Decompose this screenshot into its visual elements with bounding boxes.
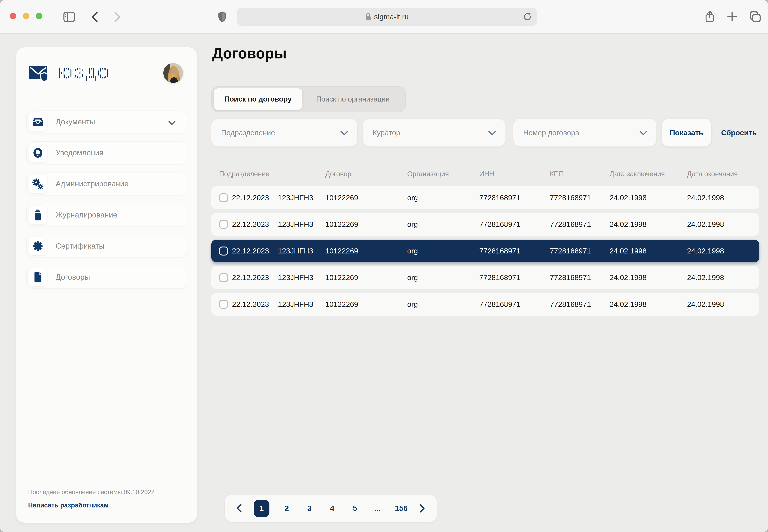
cell-signed: 24.02.1998 (610, 300, 687, 309)
gears-icon (28, 175, 47, 193)
page-button[interactable]: 1 (254, 500, 270, 517)
sidebar-item-label: Документы (56, 117, 95, 126)
sidebar-item-documents[interactable]: Документы (26, 111, 187, 133)
table-row[interactable]: 22.12.2023123JHFH310122269org77281689717… (211, 240, 759, 262)
chevron-down-icon (168, 118, 176, 127)
select-label: Номер договора (523, 129, 579, 137)
sidebar: ЮЗДО (16, 47, 197, 523)
row-checkbox[interactable] (219, 273, 228, 282)
cell-contract: 10122269 (325, 247, 407, 255)
cell-contract: 10122269 (325, 300, 407, 309)
sidebar-item-label: Сертификаты (56, 242, 104, 250)
curator-select[interactable]: Куратор (363, 119, 505, 146)
back-icon[interactable] (87, 9, 102, 25)
share-icon[interactable] (702, 9, 718, 25)
page-button[interactable]: 156 (395, 504, 408, 513)
cell-signed: 24.02.1998 (610, 247, 687, 255)
close-window-button[interactable] (10, 13, 16, 19)
certificate-seal-icon (28, 237, 47, 255)
column-header: Подразделение (219, 170, 325, 178)
cell-date: 22.12.2023 (232, 273, 278, 282)
row-checkbox[interactable] (219, 300, 228, 309)
cell-code: 123JHFH3 (278, 247, 325, 255)
cell-kpp: 7728168971 (550, 194, 610, 202)
table-row[interactable]: 22.12.2023123JHFH310122269org77281689717… (211, 293, 759, 316)
cell-code: 123JHFH3 (278, 220, 325, 229)
column-header: Дата заключения (610, 170, 687, 178)
division-select[interactable]: Подразделение (211, 119, 357, 146)
table-row[interactable]: 22.12.2023123JHFH310122269org77281689717… (211, 186, 759, 209)
contact-developers-link[interactable]: Написать разработчикам (28, 502, 154, 509)
row-checkbox[interactable] (219, 193, 228, 202)
pagination-ellipsis: ... (372, 504, 383, 513)
page-button[interactable]: 4 (327, 504, 338, 513)
sidebar-item-contracts[interactable]: Договоры (26, 266, 187, 288)
privacy-shield-icon[interactable] (214, 9, 230, 25)
zoom-window-button[interactable] (36, 13, 42, 19)
tab-search-by-organization[interactable]: Поиск по организации (303, 88, 403, 110)
reload-icon[interactable] (523, 12, 532, 24)
cell-contract: 10122269 (325, 194, 407, 202)
column-header: КПП (550, 170, 610, 178)
next-page-icon[interactable] (419, 504, 425, 513)
cell-inn: 7728168971 (479, 194, 550, 202)
cell-date: 22.12.2023 (232, 247, 278, 255)
url-bar[interactable]: sigma-it.ru (237, 8, 537, 26)
browser-toolbar: sigma-it.ru (0, 0, 768, 34)
cell-date: 22.12.2023 (232, 300, 278, 309)
sidebar-footer: Последнее обновление системы 09.10.2022 … (28, 489, 154, 509)
tab-overview-icon[interactable] (747, 9, 763, 25)
contract-number-select[interactable]: Номер договора (513, 119, 657, 146)
traffic-lights (10, 13, 42, 19)
cell-kpp: 7728168971 (550, 300, 610, 309)
cell-kpp: 7728168971 (550, 247, 610, 255)
logo-row: ЮЗДО (28, 62, 183, 84)
cell-code: 123JHFH3 (278, 194, 325, 202)
forward-icon[interactable] (109, 9, 125, 25)
cell-inn: 7728168971 (479, 247, 550, 255)
lock-icon (365, 13, 371, 21)
cell-inn: 7728168971 (479, 273, 550, 282)
avatar[interactable] (163, 63, 183, 83)
page-content: ЮЗДО (0, 34, 768, 532)
browser-window: sigma-it.ru ЮЗДО (0, 0, 768, 532)
minimize-window-button[interactable] (23, 13, 29, 19)
table-row[interactable]: 22.12.2023123JHFH310122269org77281689717… (211, 266, 759, 289)
url-text: sigma-it.ru (374, 13, 409, 21)
cell-contract: 10122269 (325, 273, 407, 282)
sidebar-item-notifications[interactable]: Уведомления (26, 141, 187, 164)
sidebar-item-administration[interactable]: Администрирование (26, 173, 187, 195)
column-header: ИНН (479, 170, 550, 178)
mail-shield-logo-icon (28, 64, 50, 82)
cell-kpp: 7728168971 (550, 273, 610, 282)
table-header: Подразделение Договор Организация ИНН КП… (211, 170, 759, 178)
row-checkbox[interactable] (219, 220, 228, 229)
tab-search-by-contract[interactable]: Поиск по договору (214, 88, 303, 110)
table-body: 22.12.2023123JHFH310122269org77281689717… (211, 186, 759, 320)
page-button[interactable]: 5 (350, 504, 360, 513)
sidebar-item-label: Администрирование (56, 179, 129, 188)
cell-ends: 24.02.1998 (687, 247, 759, 255)
cell-signed: 24.02.1998 (610, 194, 687, 202)
new-tab-icon[interactable] (724, 9, 740, 25)
bell-icon (28, 143, 47, 162)
cell-org: org (407, 194, 479, 202)
chevron-down-icon (488, 129, 496, 138)
column-header: Договор (325, 170, 407, 178)
page-button[interactable]: 3 (304, 504, 315, 513)
cell-ends: 24.02.1998 (687, 300, 759, 309)
reset-button[interactable]: Сбросить (721, 129, 757, 137)
cell-inn: 7728168971 (479, 300, 550, 309)
show-button[interactable]: Показать (662, 119, 711, 146)
sidebar-toggle-icon[interactable] (61, 9, 77, 25)
previous-page-icon[interactable] (237, 504, 242, 513)
cell-org: org (407, 300, 479, 309)
table-row[interactable]: 22.12.2023123JHFH310122269org77281689717… (211, 213, 759, 236)
sidebar-item-certificates[interactable]: Сертификаты (26, 235, 187, 257)
sidebar-item-label: Договоры (56, 273, 90, 282)
cell-code: 123JHFH3 (278, 300, 325, 309)
cell-ends: 24.02.1998 (687, 220, 759, 229)
row-checkbox[interactable] (219, 247, 228, 255)
page-button[interactable]: 2 (282, 504, 292, 513)
sidebar-item-journaling[interactable]: Журналирование (26, 204, 187, 226)
